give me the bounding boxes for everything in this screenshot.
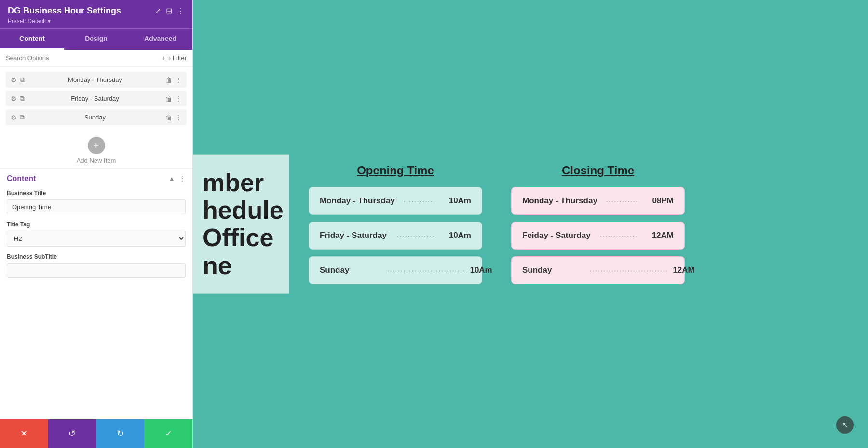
opening-value-2: 10Am xyxy=(445,231,471,240)
preview-text-line4: ne xyxy=(203,251,280,279)
panel-tabs: Content Design Advanced xyxy=(0,28,192,50)
copy-icon[interactable]: ⧉ xyxy=(20,76,25,84)
redo-icon: ↻ xyxy=(117,428,124,439)
closing-dots-1: ············ xyxy=(597,198,647,205)
panel-preset[interactable]: Preset: Default ▾ xyxy=(8,18,185,25)
opening-day-1: Monday - Thursday xyxy=(320,196,395,206)
add-new-item-button[interactable]: + Add New Item xyxy=(0,137,192,164)
closing-day-1: Monday - Thursday xyxy=(522,196,597,206)
more-icon[interactable]: ⋮ xyxy=(175,76,182,84)
add-new-label: Add New Item xyxy=(77,157,116,164)
opening-value-3: 10Am xyxy=(466,265,492,275)
closing-row-1: Monday - Thursday ············ 08PM xyxy=(511,187,685,215)
save-button[interactable]: ✓ xyxy=(144,419,192,448)
list-item: ⚙ ⧉ Sunday 🗑 ⋮ xyxy=(6,109,187,125)
closing-day-3: Sunday xyxy=(522,265,590,275)
list-item: ⚙ ⧉ Monday - Thursday 🗑 ⋮ xyxy=(6,72,187,88)
business-title-input[interactable] xyxy=(7,199,186,214)
resize-icon[interactable]: ⤢ xyxy=(155,6,161,15)
more-icon[interactable]: ⋮ xyxy=(177,6,185,15)
save-icon: ✓ xyxy=(165,428,172,439)
settings-icon[interactable]: ⚙ xyxy=(11,76,17,84)
closing-value-1: 08PM xyxy=(647,196,674,206)
item-icons-right: 🗑 ⋮ xyxy=(165,76,182,84)
content-section: Content ▲ ⋮ Business Title Title Tag H1 … xyxy=(0,168,192,419)
item-icons-right: 🗑 ⋮ xyxy=(165,114,182,121)
item-icons-left: ⚙ ⧉ xyxy=(11,76,25,84)
undo-button[interactable]: ↺ xyxy=(48,419,96,448)
title-tag-select[interactable]: H1 H2 H3 H4 H5 H6 p span xyxy=(7,231,186,247)
business-title-label: Business Title xyxy=(7,190,186,197)
preview-text-line1: mber xyxy=(203,169,280,197)
left-panel: DG Business Hour Settings ⤢ ⊟ ⋮ Preset: … xyxy=(0,0,193,448)
tab-advanced[interactable]: Advanced xyxy=(128,29,192,50)
opening-row-3: Sunday ····························· 10A… xyxy=(309,256,482,284)
content-section-header: Content ▲ ⋮ xyxy=(7,174,186,183)
preview-area: mber hedule Office ne Opening Time Monda… xyxy=(193,0,868,448)
item-label: Sunday xyxy=(28,114,162,121)
opening-dots-2: ·············· xyxy=(387,232,445,239)
opening-value-1: 10Am xyxy=(445,196,471,206)
business-subtitle-label: Business SubTitle xyxy=(7,253,186,260)
undo-icon: ↺ xyxy=(68,428,76,439)
cursor-icon: ↖ xyxy=(836,416,854,434)
title-tag-label: Title Tag xyxy=(7,221,186,228)
settings-icon[interactable]: ⚙ xyxy=(11,95,17,103)
closing-dots-2: ·············· xyxy=(591,232,647,239)
item-label: Monday - Thursday xyxy=(28,76,162,83)
more-icon[interactable]: ⋮ xyxy=(175,95,182,103)
opening-time-column: Opening Time Monday - Thursday ·········… xyxy=(309,164,482,284)
delete-icon[interactable]: 🗑 xyxy=(165,76,172,84)
delete-icon[interactable]: 🗑 xyxy=(165,95,172,103)
opening-dots-3: ····························· xyxy=(387,267,466,274)
items-list: ⚙ ⧉ Monday - Thursday 🗑 ⋮ ⚙ ⧉ Friday - S… xyxy=(0,67,192,130)
collapse-icon[interactable]: ▲ xyxy=(168,175,175,183)
preview-text-line2: hedule xyxy=(203,197,280,224)
opening-day-3: Sunday xyxy=(320,265,387,275)
more-icon[interactable]: ⋮ xyxy=(175,114,182,121)
closing-day-2: Feiday - Saturday xyxy=(522,231,591,240)
closing-dots-3: ····························· xyxy=(590,267,668,274)
opening-row-1: Monday - Thursday ············ 10Am xyxy=(309,187,482,215)
delete-icon[interactable]: 🗑 xyxy=(165,114,172,121)
closing-value-3: 12AM xyxy=(668,265,695,275)
item-icons-left: ⚙ ⧉ xyxy=(11,113,25,121)
cancel-icon: ✕ xyxy=(20,428,27,439)
closing-value-2: 12AM xyxy=(647,231,674,240)
opening-dots-1: ············ xyxy=(395,198,445,205)
list-item: ⚙ ⧉ Friday - Saturday 🗑 ⋮ xyxy=(6,91,187,106)
closing-row-3: Sunday ····························· 12A… xyxy=(511,256,685,284)
copy-icon[interactable]: ⧉ xyxy=(20,94,25,103)
add-circle-icon: + xyxy=(88,137,105,154)
filter-button[interactable]: + + Filter xyxy=(162,54,187,62)
item-icons-left: ⚙ ⧉ xyxy=(11,94,25,103)
preview-text-line3: Office xyxy=(203,224,280,251)
content-section-title: Content xyxy=(7,174,36,183)
cancel-button[interactable]: ✕ xyxy=(0,419,48,448)
closing-time-column: Closing Time Monday - Thursday ·········… xyxy=(511,164,685,284)
preview-content: Opening Time Monday - Thursday ·········… xyxy=(280,145,714,303)
opening-time-title: Opening Time xyxy=(357,164,434,177)
tab-content[interactable]: Content xyxy=(0,29,64,50)
bottom-bar: ✕ ↺ ↻ ✓ xyxy=(0,419,192,448)
closing-row-2: Feiday - Saturday ·············· 12AM xyxy=(511,222,685,250)
closing-time-title: Closing Time xyxy=(562,164,634,177)
preview-left-text: mber hedule Office ne xyxy=(193,155,289,294)
redo-button[interactable]: ↻ xyxy=(96,419,145,448)
columns-icon[interactable]: ⊟ xyxy=(166,6,172,15)
search-input[interactable] xyxy=(6,54,158,62)
panel-title: DG Business Hour Settings xyxy=(8,6,121,16)
copy-icon[interactable]: ⧉ xyxy=(20,113,25,121)
tab-design[interactable]: Design xyxy=(64,29,128,50)
panel-title-icons: ⤢ ⊟ ⋮ xyxy=(155,6,185,15)
search-bar: + + Filter xyxy=(0,50,192,67)
section-more-icon[interactable]: ⋮ xyxy=(179,175,186,183)
item-label: Friday - Saturday xyxy=(28,95,162,102)
panel-header: DG Business Hour Settings ⤢ ⊟ ⋮ Preset: … xyxy=(0,0,192,28)
business-subtitle-input[interactable] xyxy=(7,263,186,278)
filter-label: + Filter xyxy=(167,54,187,62)
opening-day-2: Friday - Saturday xyxy=(320,231,387,240)
panel-title-row: DG Business Hour Settings ⤢ ⊟ ⋮ xyxy=(8,6,185,16)
opening-row-2: Friday - Saturday ·············· 10Am xyxy=(309,222,482,250)
settings-icon[interactable]: ⚙ xyxy=(11,114,17,121)
